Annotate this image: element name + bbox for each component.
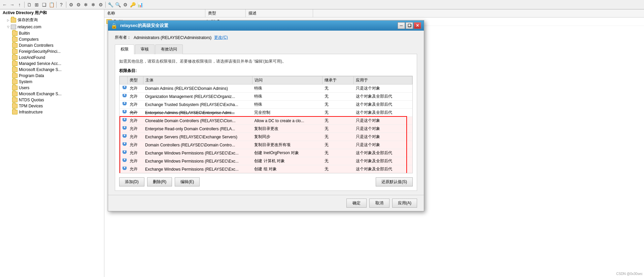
maximize-button[interactable]: ❑ bbox=[406, 22, 413, 29]
table-row[interactable]: 允许Enterprise Read-only Domain Controller… bbox=[120, 125, 412, 133]
laf-label: LostAndFound bbox=[19, 55, 45, 60]
tree-infra[interactable]: Infrastructure bbox=[0, 109, 104, 115]
table-row[interactable]: 允许Exchange Trusted Subsystem (RELAYSEC\E… bbox=[120, 101, 412, 109]
folder-icon-computers bbox=[12, 37, 18, 42]
tab-audit[interactable]: 审核 bbox=[135, 44, 155, 54]
apply-button[interactable]: 应用(A) bbox=[392, 199, 417, 208]
row-user-icon bbox=[120, 125, 128, 133]
th-subject: 主体 bbox=[143, 76, 252, 84]
row-subject: Domain Admins (RELAYSEC\Domain Admins) bbox=[143, 84, 252, 93]
col-header-name[interactable]: 名称 bbox=[104, 9, 205, 17]
tb8[interactable]: ❄ bbox=[82, 1, 89, 8]
tb4[interactable]: 📋 bbox=[48, 1, 55, 8]
table-row[interactable]: 允许Exchange Servers (RELAYSEC\Exchange Se… bbox=[120, 133, 412, 141]
forward-btn[interactable]: → bbox=[9, 1, 15, 8]
row-access: Allow a DC to create a clo... bbox=[252, 117, 323, 125]
delete-button[interactable]: 删除(R) bbox=[147, 177, 172, 186]
tree-managed[interactable]: Managed Service Acc... bbox=[0, 61, 104, 67]
tree-builtin[interactable]: Builtin bbox=[0, 30, 104, 36]
svg-rect-5 bbox=[123, 96, 126, 97]
table-row[interactable]: 允许Enterprise Admins (RELAYSEC\Enterprise… bbox=[120, 109, 412, 117]
row-apply: 只是这个对象 bbox=[354, 84, 412, 93]
row-apply: 这个对象及全部后代 bbox=[354, 173, 412, 174]
tree-foreign[interactable]: ForeignSecurityPrinci... bbox=[0, 48, 104, 55]
row-user-icon bbox=[120, 93, 128, 101]
row-inherit: 无 bbox=[323, 157, 354, 165]
tab-effective-access[interactable]: 有效访问 bbox=[155, 44, 183, 54]
th-inherit: 继承于 bbox=[323, 76, 354, 84]
table-row[interactable]: 允许Exchange Windows Permissions (RELAYSEC… bbox=[120, 157, 412, 165]
table-row[interactable]: 允许Cloneable Domain Controllers (RELAYSEC… bbox=[120, 117, 412, 125]
tree-lostandfound[interactable]: LostAndFound bbox=[0, 55, 104, 61]
tree-ms-exchange2[interactable]: Microsoft Exchange S... bbox=[0, 91, 104, 97]
table-row[interactable]: 允许Organization Management (RELAYSEC\Orga… bbox=[120, 93, 412, 101]
tree-program-data[interactable]: Program Data bbox=[0, 73, 104, 79]
left-panel: Active Directory 用户和 ▷ 保存的查询 ▽ relaysec.… bbox=[0, 9, 104, 277]
table-row[interactable]: 允许Domain Controllers (RELAYSEC\Domain Co… bbox=[120, 141, 412, 149]
tb7[interactable]: ⚙ bbox=[75, 1, 82, 8]
tree-saved-queries[interactable]: ▷ 保存的查询 bbox=[0, 16, 104, 24]
tb3[interactable]: ❑ bbox=[41, 1, 47, 8]
row-subject: Exchange Trusted Subsystem (RELAYSEC\Exc… bbox=[143, 101, 252, 109]
sep1 bbox=[24, 2, 25, 8]
row-type: 允许 bbox=[128, 84, 143, 93]
tree-ntds[interactable]: NTDS Quotas bbox=[0, 97, 104, 103]
tb14[interactable]: 🔑 bbox=[129, 1, 136, 8]
tb11[interactable]: 🔧 bbox=[107, 1, 114, 8]
minimize-button[interactable]: ─ bbox=[398, 22, 405, 29]
tab-permissions[interactable]: 权限 bbox=[115, 44, 134, 54]
tb1[interactable]: 🗋 bbox=[26, 1, 33, 8]
foreign-label: ForeignSecurityPrinci... bbox=[19, 49, 61, 54]
back-btn[interactable]: ← bbox=[1, 1, 8, 8]
row-inherit: 无 bbox=[323, 84, 354, 93]
table-row[interactable]: 允许Exchange Windows Permissions (RELAYSEC… bbox=[120, 149, 412, 157]
row-apply: 这个对象及全部后代 bbox=[354, 101, 412, 109]
row-apply: 这个对象及全部后代 bbox=[354, 157, 412, 165]
row-user-icon bbox=[120, 141, 128, 149]
add-button[interactable]: 添加(D) bbox=[119, 177, 144, 186]
table-row[interactable]: 允许Domain Admins (RELAYSEC\Domain Admins)… bbox=[120, 84, 412, 93]
edit-button[interactable]: 编辑(E) bbox=[175, 177, 200, 186]
row-user-icon bbox=[120, 101, 128, 109]
dialog-body: 所有者： Administrators (RELAYSEC\Administra… bbox=[108, 31, 424, 195]
tb5[interactable]: ? bbox=[58, 1, 65, 8]
saved-queries-label: 保存的查询 bbox=[18, 17, 38, 23]
tree-ms-exchange1[interactable]: Microsoft Exchange S... bbox=[0, 67, 104, 73]
up-btn[interactable]: ↑ bbox=[16, 1, 23, 8]
table-row[interactable]: 允许Exchange Windows Permissions (RELAYSEC… bbox=[120, 173, 412, 174]
svg-point-22 bbox=[124, 143, 125, 144]
table-row[interactable]: 允许Exchange Windows Permissions (RELAYSEC… bbox=[120, 165, 412, 173]
restore-button[interactable]: 还原默认值(S) bbox=[376, 177, 413, 186]
tb15[interactable]: 📊 bbox=[137, 1, 143, 8]
tree-system[interactable]: System bbox=[0, 79, 104, 85]
tb9[interactable]: ❄ bbox=[90, 1, 97, 8]
tb12[interactable]: 🔍 bbox=[114, 1, 121, 8]
tree-computers[interactable]: Computers bbox=[0, 36, 104, 42]
tb6[interactable]: ⚙ bbox=[68, 1, 74, 8]
row-access: 创建 计算机 对象 bbox=[252, 157, 323, 165]
row-user-icon bbox=[120, 117, 128, 125]
tree-domain-controllers[interactable]: Domain Controllers bbox=[0, 42, 104, 48]
computers-label: Computers bbox=[19, 37, 39, 42]
tree-domain[interactable]: ▽ relaysec.com bbox=[0, 24, 104, 30]
section-label: 权限条目: bbox=[119, 68, 413, 74]
cancel-button[interactable]: 取消 bbox=[369, 199, 389, 208]
close-button[interactable]: ✕ bbox=[414, 22, 421, 29]
row-access: 创建 InetOrgPerson 对象 bbox=[252, 149, 323, 157]
tb13[interactable]: ⚙ bbox=[122, 1, 129, 8]
domain-icon bbox=[11, 25, 16, 29]
tb10[interactable]: ⚙ bbox=[97, 1, 104, 8]
system-label: System bbox=[19, 79, 32, 84]
tree-tpm[interactable]: TPM Devices bbox=[0, 103, 104, 109]
tb2[interactable]: ⊞ bbox=[33, 1, 40, 8]
row-type: 允许 bbox=[128, 133, 143, 141]
col-header-type[interactable]: 类型 bbox=[205, 9, 246, 17]
col-header-desc[interactable]: 描述 bbox=[246, 9, 313, 17]
svg-point-19 bbox=[124, 135, 125, 136]
row-access: 特殊 bbox=[252, 84, 323, 93]
tree-users[interactable]: Users bbox=[0, 85, 104, 91]
ok-button[interactable]: 确定 bbox=[346, 199, 367, 208]
owner-change-link[interactable]: 更改(C) bbox=[214, 35, 228, 40]
row-type: 允许 bbox=[128, 157, 143, 165]
folder-icon-tpm bbox=[12, 104, 18, 108]
